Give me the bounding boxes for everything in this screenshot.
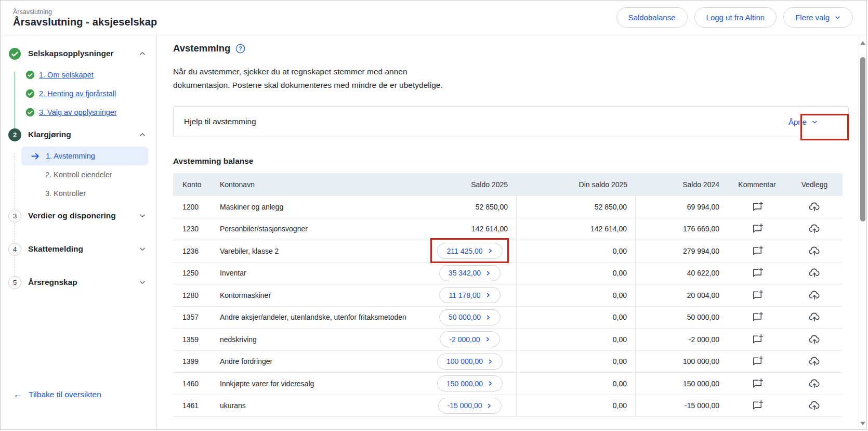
saldo-2025-button[interactable]: -2 000,00: [440, 331, 499, 347]
cloud-upload-icon: [808, 311, 821, 323]
add-comment-button[interactable]: [750, 221, 765, 236]
sidebar-section-header-verdier-og-disponering[interactable]: 3Verdier og disponering: [1, 208, 156, 224]
cell-saldo-2025: 35 342,00: [424, 263, 516, 284]
saldo-2025-value: -15 000,00: [448, 401, 482, 410]
vertical-scrollbar[interactable]: [858, 35, 866, 429]
step-number-badge: 4: [8, 243, 21, 256]
app-window: Årsavslutning Årsavslutning - aksjeselsk…: [0, 0, 867, 430]
sidebar-section-label: Selskapsopplysninger: [28, 49, 139, 58]
cell-vedlegg: [786, 196, 843, 218]
sidebar-item-1-avstemming[interactable]: 1. Avstemming: [21, 147, 148, 165]
cell-vedlegg: [786, 395, 843, 417]
upload-attachment-button[interactable]: [807, 398, 822, 413]
upload-attachment-button[interactable]: [807, 354, 822, 369]
saldo-2025-button[interactable]: 35 342,00: [439, 265, 501, 281]
add-comment-button[interactable]: [750, 332, 765, 347]
scrollbar-thumb[interactable]: [860, 57, 865, 221]
upload-attachment-button[interactable]: [807, 332, 822, 347]
cell-din-saldo-2025[interactable]: 0,00: [516, 395, 636, 417]
add-comment-button[interactable]: [750, 376, 765, 391]
upload-attachment-button[interactable]: [807, 200, 822, 214]
chevron-down-icon: [139, 212, 146, 219]
cell-vedlegg: [786, 307, 843, 329]
cell-kontonavn: Kontormaskiner: [220, 284, 424, 306]
cell-kommentar: [728, 218, 786, 240]
cloud-upload-icon: [808, 377, 821, 390]
sidebar-section-header-selskapsopplysninger[interactable]: Selskapsopplysninger: [1, 46, 156, 61]
upload-attachment-button[interactable]: [807, 266, 822, 280]
sidebar-item-link[interactable]: 3. Valg av opplysninger: [39, 108, 117, 116]
cell-din-saldo-2025[interactable]: 0,00: [516, 240, 636, 262]
cell-saldo-2024: -2 000,00: [636, 329, 728, 350]
col-header-saldo-2025: Saldo 2025: [424, 180, 516, 189]
saldo-2025-button[interactable]: 150 000,00: [437, 375, 503, 391]
add-comment-button[interactable]: [750, 310, 765, 324]
cloud-upload-icon: [808, 399, 821, 412]
upload-attachment-button[interactable]: [807, 244, 822, 258]
cell-saldo-2024: 50 000,00: [636, 307, 728, 329]
sidebar-section-header-skattemelding[interactable]: 4Skattemelding: [1, 241, 156, 257]
cell-din-saldo-2025[interactable]: 0,00: [516, 307, 636, 329]
add-comment-button[interactable]: [750, 398, 765, 413]
cell-din-saldo-2025[interactable]: 0,00: [516, 329, 636, 350]
cloud-upload-icon: [808, 223, 821, 235]
cell-din-saldo-2025[interactable]: 0,00: [516, 284, 636, 306]
help-question-icon[interactable]: ?: [235, 44, 245, 54]
col-header-kontonavn: Kontonavn: [220, 180, 424, 189]
upload-attachment-button[interactable]: [807, 288, 822, 303]
cell-kommentar: [728, 395, 786, 417]
cloud-upload-icon: [808, 201, 821, 213]
sidebar-section-header-arsregnskap[interactable]: 5Årsregnskap: [1, 275, 156, 290]
col-header-konto: Konto: [173, 180, 220, 189]
sidebar-items: 1. Om selskapet2. Henting av fjorårstall…: [1, 66, 156, 122]
chevron-right-icon: [488, 248, 493, 254]
cell-din-saldo-2025[interactable]: 0,00: [516, 351, 636, 373]
step-complete-check-icon: [8, 47, 21, 60]
add-comment-button[interactable]: [750, 354, 765, 369]
sidebar-item-link[interactable]: 1. Om selskapet: [39, 71, 94, 79]
sidebar-section-header-klargjoring[interactable]: 2Klargjøring: [1, 127, 156, 142]
header-button-logg-ut-fra-altinn[interactable]: Logg ut fra Altinn: [694, 7, 777, 28]
cell-din-saldo-2025[interactable]: 0,00: [516, 263, 636, 284]
saldo-2025-button[interactable]: 100 000,00: [437, 354, 503, 370]
table-row-konto-1200: 1200Maskiner og anlegg52 850,0052 850,00…: [173, 196, 843, 218]
upload-attachment-button[interactable]: [807, 376, 822, 391]
chevron-right-icon: [485, 292, 491, 298]
cell-konto: 1236: [173, 240, 220, 262]
sidebar-item-2-kontroll-eiendeler[interactable]: 2. Kontroll eiendeler: [1, 165, 156, 184]
header-button-saldobalanse[interactable]: Saldobalanse: [616, 7, 688, 28]
cell-din-saldo-2025[interactable]: 0,00: [516, 373, 636, 395]
saldo-2025-pill-wrap: 11 178,00: [439, 287, 500, 303]
saldo-2025-button[interactable]: -15 000,00: [438, 398, 502, 414]
cell-saldo-2025: -15 000,00: [424, 395, 516, 417]
add-comment-button[interactable]: [750, 200, 765, 214]
upload-attachment-button[interactable]: [807, 221, 822, 236]
add-comment-button[interactable]: [750, 266, 765, 280]
cell-kommentar: [728, 373, 786, 395]
sidebar-section-label: Verdier og disponering: [28, 211, 139, 220]
saldo-2025-button[interactable]: 11 178,00: [439, 287, 500, 303]
add-comment-button[interactable]: [750, 288, 765, 303]
help-accordion-label: Hjelp til avstemming: [184, 117, 788, 126]
scrollbar-down-arrow[interactable]: [860, 422, 865, 425]
cell-din-saldo-2025[interactable]: 52 850,00: [516, 196, 636, 218]
table-row-konto-1359: 1359nedskriving-2 000,000,00-2 000,00: [173, 329, 843, 351]
add-comment-button[interactable]: [750, 244, 765, 258]
cell-konto: 1460: [173, 373, 220, 395]
saldo-2025-button[interactable]: 50 000,00: [439, 309, 501, 325]
cell-saldo-2025: 142 614,00: [424, 218, 516, 240]
chevron-up-icon: [139, 131, 146, 138]
header-button-flere-valg[interactable]: Flere valg: [783, 7, 853, 28]
upload-attachment-button[interactable]: [807, 310, 822, 324]
saldo-2025-value: -2 000,00: [449, 335, 480, 344]
scrollbar-up-arrow[interactable]: [860, 41, 865, 45]
sidebar-item-3-kontroller[interactable]: 3. Kontroller: [1, 184, 156, 203]
open-help-button[interactable]: Åpne: [788, 117, 818, 126]
cell-kommentar: [728, 263, 786, 284]
cloud-upload-icon: [808, 267, 821, 279]
saldo-2025-button[interactable]: 211 425,00: [437, 243, 502, 259]
cell-saldo-2024: 150 000,00: [636, 373, 728, 395]
back-to-overview-link[interactable]: ← Tilbake til oversikten: [13, 389, 101, 399]
cell-din-saldo-2025[interactable]: 142 614,00: [516, 218, 636, 240]
sidebar-item-link[interactable]: 2. Henting av fjorårstall: [39, 89, 116, 98]
